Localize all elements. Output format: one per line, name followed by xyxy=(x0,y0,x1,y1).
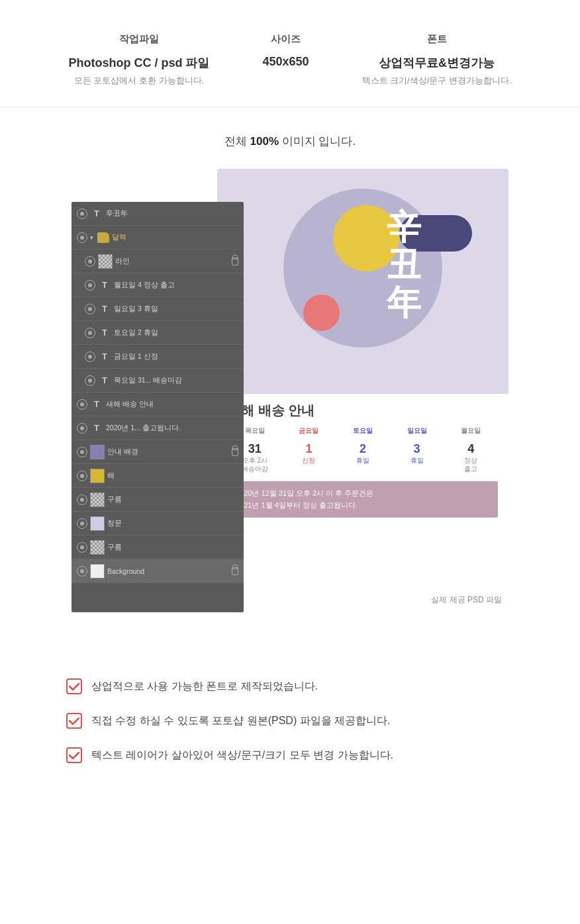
psd-label: 실제 제공 PSD 파일 xyxy=(431,594,502,606)
layer-label: 월요일 4 정상 출고 xyxy=(114,281,238,290)
layers-panel: T 辛丑年 ▾ 달력 라인 T 월요일 4 정상 출고 xyxy=(72,202,244,612)
cal-num: 3 xyxy=(402,442,432,456)
calendar-header: 목요일 금요일 토요일 일요일 월요일 xyxy=(228,426,498,436)
visibility-icon[interactable] xyxy=(85,280,95,291)
layer-row[interactable]: T 목요일 31... 배송마감 xyxy=(72,369,244,393)
text-layer-icon: T xyxy=(98,326,111,340)
layer-label: 辛丑年 xyxy=(106,209,238,218)
text-layer-icon: T xyxy=(90,207,103,220)
layer-row[interactable]: 구름 xyxy=(72,535,244,559)
feature-item-2: 직접 수정 하실 수 있도록 포토샵 원본(PSD) 파일을 제공합니다. xyxy=(66,713,514,729)
top-info-section: 작업파일 Photoshop CC / psd 파일 모든 포토샵에서 호환 가… xyxy=(0,0,580,107)
layer-label: 라인 xyxy=(115,257,229,266)
layer-row[interactable]: 해 xyxy=(72,464,244,488)
layer-label: 안내 배경 xyxy=(107,447,229,457)
lock-icon xyxy=(232,567,238,575)
visibility-icon[interactable] xyxy=(77,542,87,553)
text-layer-icon: T xyxy=(90,422,103,435)
check-icon-1 xyxy=(66,678,82,694)
folder-arrow-icon: ▾ xyxy=(90,234,93,241)
feature-text-1: 상업적으로 사용 가능한 폰트로 제작되었습니다. xyxy=(91,678,318,694)
layer-row[interactable]: T 2020년 1... 출고됩니다. xyxy=(72,416,244,440)
layer-row[interactable]: T 일요일 3 휴일 xyxy=(72,297,244,321)
check-icon-2 xyxy=(66,713,82,729)
layer-thumbnail xyxy=(90,516,105,531)
background-layer-label: Background xyxy=(107,567,229,575)
layer-row[interactable]: T 토요일 2 휴일 xyxy=(72,321,244,345)
cal-cell-2: 2 휴일 xyxy=(346,439,379,476)
cal-cell-1: 1 신정 xyxy=(292,439,325,476)
cal-header-sat: 토요일 xyxy=(346,426,379,436)
percent-text: 전체 xyxy=(224,135,250,148)
visibility-icon[interactable] xyxy=(85,375,95,386)
layer-row[interactable]: ▾ 달력 xyxy=(72,226,244,250)
calendar-section: 새해 배송 안내 목요일 금요일 토요일 일요일 월요일 31 오후 2시배송마… xyxy=(217,394,508,606)
visibility-icon[interactable] xyxy=(77,471,87,481)
layer-row[interactable]: 구름 xyxy=(72,488,244,512)
workfile-label: 작업파일 xyxy=(68,33,209,46)
layer-row[interactable]: 창문 xyxy=(72,512,244,535)
visibility-icon[interactable] xyxy=(85,256,95,267)
layer-row[interactable]: 안내 배경 xyxy=(72,440,244,464)
cal-header-mon: 월요일 xyxy=(454,426,487,436)
layer-background-row[interactable]: Background xyxy=(72,559,244,583)
text-layer-icon: T xyxy=(90,398,103,411)
layer-label: 목요일 31... 배송마감 xyxy=(114,376,238,385)
cal-header-sun: 일요일 xyxy=(401,426,434,436)
info-col-size: 사이즈 450x650 xyxy=(262,33,309,87)
visibility-icon[interactable] xyxy=(77,423,87,434)
layer-label: 금요일 1 신정 xyxy=(114,352,238,361)
cal-sub: 정상출고 xyxy=(456,456,486,473)
font-main: 상업적무료&변경가능 xyxy=(362,55,512,71)
calendar-row: 31 오후 2시배송마감 1 신정 2 휴일 3 휴일 xyxy=(228,439,498,476)
visibility-icon[interactable] xyxy=(77,399,87,410)
layer-row[interactable]: T 금요일 1 신정 xyxy=(72,345,244,369)
folder-icon xyxy=(97,232,109,243)
cal-header-fri: 금요일 xyxy=(292,426,325,436)
layer-label: 2020년 1... 출고됩니다. xyxy=(106,424,238,433)
preview-area: T 辛丑年 ▾ 달력 라인 T 월요일 4 정상 출고 xyxy=(0,162,580,652)
layer-label: 달력 xyxy=(112,233,238,242)
check-icon-3 xyxy=(66,747,82,763)
layer-thumbnail xyxy=(98,254,113,269)
font-label: 폰트 xyxy=(362,33,512,46)
lock-icon xyxy=(232,257,238,265)
cal-cell-3: 3 휴일 xyxy=(401,439,434,476)
size-label: 사이즈 xyxy=(262,33,309,46)
text-layer-icon: T xyxy=(98,279,111,292)
percent-value: 100% xyxy=(250,135,279,148)
visibility-icon[interactable] xyxy=(77,518,87,529)
visibility-icon[interactable] xyxy=(77,566,87,577)
workfile-sub: 모든 포토샵에서 호환 가능합니다. xyxy=(68,75,209,87)
visibility-icon[interactable] xyxy=(85,304,95,314)
font-sub: 텍스트 크기/색상/문구 변경가능합니다. xyxy=(362,75,512,87)
design-graphic-top: 辛丑年 xyxy=(217,169,508,394)
pink-circle-graphic xyxy=(303,295,340,331)
delivery-title: 새해 배송 안내 xyxy=(228,402,498,420)
cal-num: 31 xyxy=(240,442,270,456)
layer-thumbnail xyxy=(90,540,105,555)
layer-row[interactable]: 라인 xyxy=(72,250,244,273)
features-section: 상업적으로 사용 가능한 폰트로 제작되었습니다. 직접 수정 하실 수 있도록… xyxy=(0,652,580,808)
lock-icon xyxy=(232,448,238,456)
layer-row[interactable]: T 辛丑年 xyxy=(72,202,244,226)
cal-num: 1 xyxy=(293,442,324,456)
visibility-icon[interactable] xyxy=(77,232,87,243)
cal-sub: 휴일 xyxy=(402,456,432,465)
visibility-icon[interactable] xyxy=(77,208,87,219)
percent-suffix: 이미지 입니다. xyxy=(279,135,356,148)
cal-num: 4 xyxy=(456,442,486,456)
chinese-characters: 辛丑年 xyxy=(387,208,422,322)
cal-sub: 휴일 xyxy=(348,456,378,465)
visibility-icon[interactable] xyxy=(77,494,87,505)
layer-label: 새해 배송 안내 xyxy=(106,400,238,409)
feature-item-3: 텍스트 레이어가 살아있어 색상/문구/크기 모두 변경 가능합니다. xyxy=(66,747,514,763)
visibility-icon[interactable] xyxy=(85,351,95,362)
text-layer-icon: T xyxy=(98,374,111,387)
visibility-icon[interactable] xyxy=(77,447,87,457)
layer-row[interactable]: T 새해 배송 안내 xyxy=(72,393,244,416)
visibility-icon[interactable] xyxy=(85,328,95,338)
layer-thumbnail xyxy=(90,469,105,483)
layer-row[interactable]: T 월요일 4 정상 출고 xyxy=(72,273,244,297)
workfile-main: Photoshop CC / psd 파일 xyxy=(68,55,209,71)
